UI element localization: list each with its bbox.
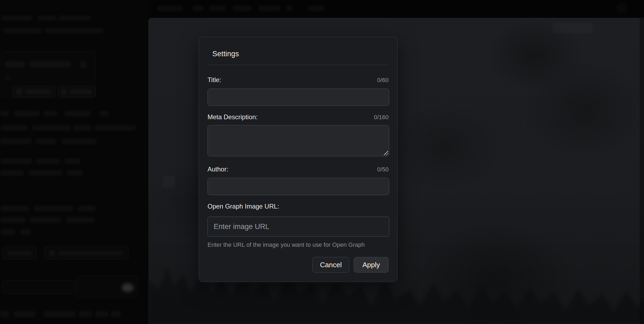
blurred-text [73, 125, 92, 131]
blurred-text [95, 311, 109, 317]
meta-description-textarea[interactable] [207, 125, 389, 156]
blurred-text [20, 229, 31, 235]
og-image-url-label: Open Graph Image URL: [207, 203, 279, 210]
author-label: Author: [207, 165, 228, 173]
blurred-text [0, 170, 24, 176]
blurred-text [5, 61, 25, 68]
chat-sidebar [0, 0, 148, 324]
blurred-icon [49, 250, 55, 256]
blurred-text [29, 217, 62, 223]
blurred-text [94, 125, 136, 131]
blurred-nav-item [192, 5, 204, 11]
blurred-text [62, 138, 97, 144]
blurred-text [0, 217, 26, 223]
blurred-text [0, 229, 16, 235]
title-input[interactable] [207, 89, 389, 106]
title-counter: 0/60 [377, 77, 389, 84]
blurred-text [36, 158, 60, 164]
blurred-text [5, 75, 10, 81]
blurred-text [0, 206, 30, 212]
blurred-input [2, 280, 76, 294]
meta-description-label: Meta Description: [207, 113, 258, 121]
blurred-button [58, 86, 95, 97]
blurred-label [7, 251, 33, 255]
blurred-nav-item [308, 5, 325, 11]
blurred-text [0, 138, 32, 144]
og-image-url-helper: Enter the URL of the image you want to u… [207, 241, 365, 248]
blurred-text [110, 311, 121, 317]
apply-button[interactable]: Apply [354, 257, 389, 273]
blurred-button [13, 86, 55, 97]
blurred-text [0, 111, 10, 117]
blurred-text [13, 111, 40, 117]
blurred-text [59, 15, 91, 21]
blurred-text [0, 311, 10, 317]
blurred-text [67, 170, 83, 176]
blurred-nav-item [209, 5, 226, 11]
blurred-text [1, 15, 33, 21]
blurred-text [44, 28, 104, 33]
blurred-text [37, 15, 57, 21]
blurred-text [28, 170, 63, 176]
blurred-text [43, 311, 76, 317]
send-icon [122, 283, 134, 292]
app-root: Settings Title: 0/60 Meta Description: 0… [0, 0, 644, 324]
blurred-nav-item [157, 5, 183, 11]
scroll-edge [640, 18, 644, 324]
blurred-button [162, 175, 175, 188]
blurred-label [58, 251, 123, 255]
divider [207, 65, 389, 65]
blurred-text [13, 311, 35, 317]
modal-title: Settings [212, 50, 239, 58]
blurred-text [43, 111, 58, 117]
blurred-text [0, 158, 32, 164]
blurred-nav-item [232, 5, 252, 11]
blurred-text [99, 111, 109, 117]
blurred-text [35, 138, 57, 144]
close-icon [80, 61, 87, 68]
settings-modal: Settings Title: 0/60 Meta Description: 0… [199, 37, 398, 282]
attachment-card [1, 51, 96, 98]
author-counter: 0/50 [377, 166, 389, 173]
title-label: Title: [207, 76, 221, 84]
blurred-icon [16, 88, 23, 95]
blurred-text [65, 217, 95, 223]
blurred-text [0, 125, 28, 131]
cancel-button[interactable]: Cancel [312, 257, 349, 273]
og-image-url-input[interactable] [207, 217, 389, 237]
blurred-button [2, 246, 37, 260]
blurred-icon [60, 88, 67, 95]
blurred-text [77, 206, 96, 212]
blurred-button [44, 246, 129, 260]
blurred-text [64, 111, 91, 117]
blurred-text [32, 125, 71, 131]
blurred-text [29, 61, 71, 68]
meta-description-counter: 0/160 [374, 114, 389, 121]
blurred-label [69, 90, 92, 94]
blurred-element [553, 23, 593, 33]
blurred-nav-item [286, 5, 293, 11]
author-input[interactable] [207, 178, 389, 195]
blurred-text [79, 311, 92, 317]
blurred-text [64, 158, 81, 164]
blurred-composer [77, 276, 138, 298]
blurred-text [3, 28, 42, 33]
avatar [616, 2, 628, 13]
blurred-label [25, 90, 52, 94]
modal-actions: Cancel Apply [312, 257, 389, 273]
blurred-text [33, 206, 74, 212]
blurred-nav-item [258, 5, 281, 11]
